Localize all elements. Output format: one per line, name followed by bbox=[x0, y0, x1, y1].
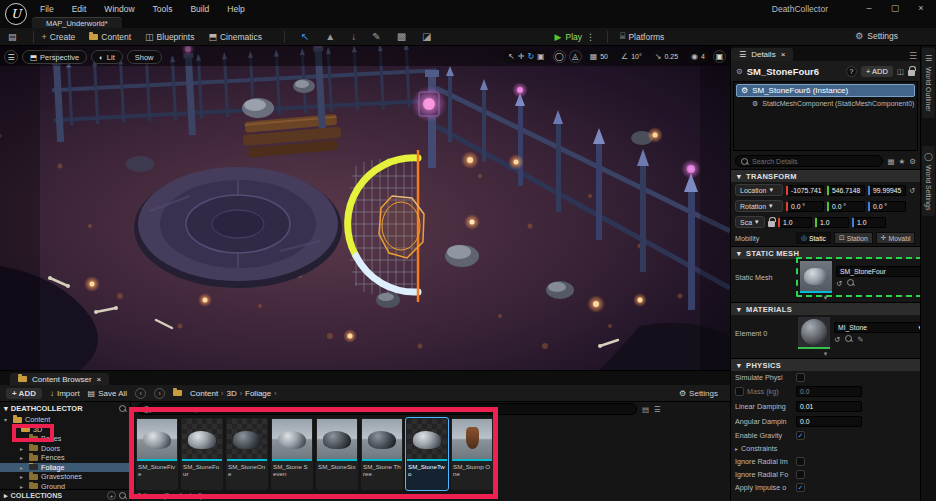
save-level-icon[interactable]: ▤ bbox=[8, 32, 17, 42]
ignore-radial-impulse-checkbox[interactable] bbox=[796, 457, 805, 466]
scale-tool-icon[interactable]: ▣ bbox=[537, 52, 545, 61]
play-button[interactable]: Play bbox=[565, 32, 582, 42]
translate-tool-icon[interactable]: ✛ bbox=[518, 52, 525, 61]
maximize-viewport-icon[interactable]: ▣ bbox=[713, 50, 726, 63]
asset-tile[interactable]: SM_StoneSix bbox=[316, 418, 358, 490]
foliage-mode-icon[interactable]: ↓ bbox=[351, 31, 356, 42]
use-selected-material-icon[interactable]: ↺ bbox=[834, 335, 840, 344]
favorites-icon[interactable]: ★ bbox=[899, 157, 906, 166]
material-thumbnail[interactable] bbox=[798, 317, 830, 349]
browse-to-material-icon[interactable] bbox=[845, 335, 852, 342]
asset-tile[interactable]: SM_Stump One bbox=[451, 418, 493, 490]
static-mesh-asset-picker[interactable]: SM_StoneFour▾ ↺ bbox=[796, 257, 920, 297]
details-search-input[interactable] bbox=[735, 155, 883, 167]
details-tab-close-icon[interactable]: × bbox=[781, 50, 786, 59]
use-selected-asset-icon[interactable]: ↺ bbox=[836, 279, 842, 288]
editor-settings-button[interactable]: ⚙ Settings bbox=[855, 31, 898, 41]
constraints-row[interactable]: ▸Constraints bbox=[731, 442, 920, 455]
mobility-static-button[interactable]: ◎Static bbox=[796, 232, 831, 244]
breadcrumb-foliage[interactable]: Foliage bbox=[245, 389, 271, 398]
grid-snap-control[interactable]: ▦50 bbox=[585, 50, 613, 63]
rotation-dropdown[interactable]: Rotation▾ bbox=[735, 200, 783, 212]
cinematics-button[interactable]: ⬒Cinematics bbox=[208, 32, 262, 42]
menu-help[interactable]: Help bbox=[227, 4, 244, 14]
angular-damping-field[interactable]: 0.0 bbox=[796, 416, 862, 427]
add-collection-icon[interactable]: + bbox=[107, 491, 116, 500]
show-dropdown[interactable]: Show bbox=[127, 50, 162, 64]
mobility-movable-button[interactable]: ✛Movabl bbox=[876, 232, 916, 244]
asset-tile-selected[interactable]: SM_StoneTwo bbox=[406, 418, 448, 490]
cb-import-button[interactable]: ↓Import bbox=[50, 389, 80, 398]
folder-fences[interactable]: ▸Fences bbox=[0, 453, 130, 463]
save-search-icon[interactable]: ▤ bbox=[642, 405, 649, 414]
scale-dropdown[interactable]: Sca▾ bbox=[735, 216, 765, 228]
rotate-tool-icon[interactable]: ↻ bbox=[527, 52, 534, 61]
world-settings-tab[interactable]: ◯World Settings bbox=[922, 146, 935, 216]
level-tab[interactable]: MAP_Underworld* bbox=[32, 17, 122, 28]
static-mesh-thumbnail[interactable] bbox=[800, 261, 832, 293]
expand-section-chevron[interactable]: ▾ bbox=[731, 295, 920, 302]
folder-gravestones[interactable]: ▸Gravestones bbox=[0, 472, 130, 482]
menu-tools[interactable]: Tools bbox=[153, 4, 173, 14]
asset-tile[interactable]: SM_StoneFive bbox=[136, 418, 178, 490]
fracture-mode-icon[interactable]: ◪ bbox=[422, 31, 431, 42]
world-space-toggle-icon[interactable]: ◯ bbox=[553, 50, 566, 63]
info-icon[interactable]: ? bbox=[846, 66, 857, 77]
rotation-y-field[interactable]: 0.0 ° bbox=[827, 201, 865, 212]
panel-menu-icon[interactable]: ☰ bbox=[909, 51, 917, 61]
menu-file[interactable]: File bbox=[40, 4, 54, 14]
filter-icon[interactable]: ☰ bbox=[654, 405, 661, 414]
cb-save-all-button[interactable]: ▤Save All bbox=[88, 389, 127, 398]
static-mesh-dropdown[interactable]: SM_StoneFour▾ bbox=[836, 266, 920, 277]
location-dropdown[interactable]: Location▾ bbox=[735, 184, 783, 196]
linear-damping-field[interactable]: 0.01 bbox=[796, 401, 862, 412]
asset-tile[interactable]: SM_Stone Three bbox=[361, 418, 403, 490]
mass-field[interactable]: 0.0 bbox=[796, 386, 862, 397]
asset-tile[interactable]: SM_Stone Seven bbox=[271, 418, 313, 490]
rotation-z-field[interactable]: 0.0 ° bbox=[868, 201, 906, 212]
select-mode-icon[interactable]: ↖ bbox=[301, 31, 309, 42]
transform-section-header[interactable]: ▾TRANSFORM bbox=[731, 169, 920, 182]
scale-snap-control[interactable]: ↘0.25 bbox=[650, 50, 683, 63]
world-outliner-tab[interactable]: ☰World Outliner bbox=[922, 48, 935, 118]
content-button[interactable]: Content bbox=[89, 32, 131, 42]
rotation-snap-control[interactable]: ∠10° bbox=[616, 50, 647, 63]
reset-location-icon[interactable]: ↺ bbox=[909, 186, 915, 195]
tree-search-icon[interactable] bbox=[119, 405, 126, 412]
viewport-options-menu[interactable]: ☰ bbox=[4, 50, 18, 64]
constraints-expand-icon[interactable]: ▸ bbox=[735, 445, 738, 452]
perspective-dropdown[interactable]: ⬒Perspective bbox=[22, 50, 87, 64]
close-button[interactable]: × bbox=[908, 0, 934, 16]
breadcrumb-content[interactable]: Content bbox=[190, 389, 218, 398]
content-browser-tab[interactable]: Content Browser × bbox=[10, 373, 109, 385]
scale-y-field[interactable]: 1.0 bbox=[815, 217, 849, 228]
folder-content[interactable]: ▾Content bbox=[0, 415, 130, 425]
collections-search-icon[interactable] bbox=[119, 492, 126, 499]
blueprints-button[interactable]: ◫Blueprints bbox=[145, 32, 194, 42]
unreal-logo-icon[interactable]: U bbox=[5, 3, 27, 25]
mesh-paint-mode-icon[interactable]: ▩ bbox=[397, 31, 406, 42]
blueprint-convert-icon[interactable]: ◫ bbox=[897, 67, 904, 76]
display-filter-icon[interactable]: ▦ bbox=[887, 157, 894, 166]
folder-foliage[interactable]: ▸Foliage bbox=[0, 463, 130, 473]
cb-add-button[interactable]: + ADD bbox=[6, 388, 42, 399]
details-tab[interactable]: ☰ Details × bbox=[731, 48, 793, 61]
restore-button[interactable]: ▢ bbox=[882, 0, 908, 16]
breadcrumb-3d[interactable]: 3D bbox=[226, 389, 236, 398]
play-options-kebab-icon[interactable]: ⋮ bbox=[586, 32, 595, 42]
camera-speed-control[interactable]: ◉4 bbox=[686, 50, 710, 63]
brush-edit-mode-icon[interactable]: ✎ bbox=[372, 31, 380, 42]
cb-settings-button[interactable]: ⚙Settings bbox=[679, 389, 718, 398]
physics-section-header[interactable]: ▾PHYSICS bbox=[731, 358, 920, 371]
material-dropdown[interactable]: MI_Stone▾ bbox=[834, 322, 920, 333]
apply-impulse-checkbox[interactable]: ✓ bbox=[796, 483, 805, 492]
simulate-physics-checkbox[interactable] bbox=[796, 373, 805, 382]
create-button[interactable]: +Create bbox=[42, 32, 76, 42]
mobility-stationary-button[interactable]: ⊡Station bbox=[834, 232, 873, 244]
cb-forward-icon[interactable]: › bbox=[154, 388, 165, 399]
scale-lock-icon[interactable] bbox=[768, 221, 775, 227]
ignore-radial-force-checkbox[interactable] bbox=[796, 470, 805, 479]
location-x-field[interactable]: -1075.741 bbox=[786, 185, 824, 196]
location-z-field[interactable]: 99.99945 bbox=[868, 185, 906, 196]
add-component-button[interactable]: + ADD bbox=[861, 66, 893, 77]
